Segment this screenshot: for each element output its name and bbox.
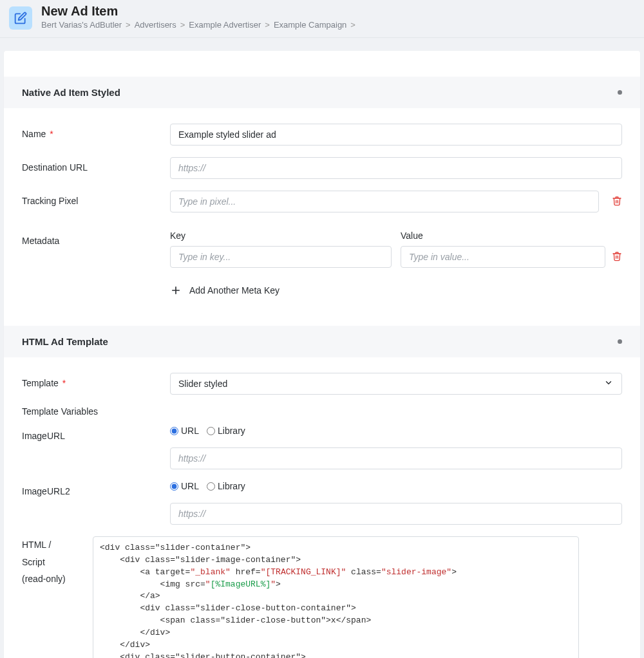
breadcrumb-item-campaign[interactable]: Example Campaign	[274, 20, 346, 30]
page-header: New Ad Item Bert Varias's AdButler>Adver…	[0, 0, 644, 38]
meta-key-header: Key	[170, 230, 392, 241]
edit-icon	[9, 6, 32, 30]
imageurl2-library-radio-label: Library	[218, 481, 245, 491]
breadcrumb-item-advertisers[interactable]: Advertisers	[135, 20, 176, 30]
destination-url-label: Destination URL	[22, 157, 170, 173]
html-template-section-title: HTML Ad Template	[22, 336, 108, 347]
imageurl2-library-radio[interactable]	[207, 482, 215, 491]
breadcrumb: Bert Varias's AdButler>Advertisers>Examp…	[41, 20, 359, 30]
breadcrumb-item-root[interactable]: Bert Varias's AdButler	[41, 20, 122, 30]
destination-url-input[interactable]	[170, 157, 622, 179]
name-input[interactable]	[170, 124, 622, 146]
add-meta-label: Add Another Meta Key	[189, 285, 279, 296]
ad-item-card: Native Ad Item Styled Name * Destination…	[4, 51, 640, 658]
imageurl2-label: ImageURL2	[22, 481, 170, 496]
imageurl-input[interactable]	[170, 447, 622, 469]
imageurl2-url-radio[interactable]	[170, 482, 178, 491]
imageurl-url-radio[interactable]	[170, 427, 178, 435]
status-dot-icon	[618, 339, 622, 344]
metadata-label: Metadata	[22, 230, 170, 246]
meta-value-header: Value	[401, 230, 622, 241]
imageurl-library-radio-label: Library	[218, 426, 245, 436]
add-meta-button[interactable]: Add Another Meta Key	[170, 285, 622, 296]
imageurl-url-radio-label: URL	[181, 426, 199, 436]
tracking-pixel-input[interactable]	[170, 191, 599, 212]
page-title: New Ad Item	[41, 4, 359, 19]
trash-icon[interactable]	[612, 196, 622, 208]
tracking-pixel-label: Tracking Pixel	[22, 191, 170, 206]
imageurl-library-radio[interactable]	[207, 427, 215, 435]
html-template-section-header: HTML Ad Template	[4, 326, 640, 357]
imageurl-label: ImageURL	[22, 426, 170, 441]
status-dot-icon	[618, 90, 622, 95]
template-select[interactable]: Slider styled	[170, 373, 622, 395]
template-variables-label: Template Variables	[22, 406, 622, 417]
imageurl2-url-radio-label: URL	[181, 481, 199, 491]
trash-icon[interactable]	[612, 251, 622, 263]
meta-value-input[interactable]	[401, 246, 605, 268]
html-script-label: HTML / Script (read-only)	[22, 536, 93, 588]
native-ad-section-header: Native Ad Item Styled	[4, 77, 640, 108]
template-label: Template *	[22, 373, 170, 388]
name-label: Name *	[22, 124, 170, 139]
breadcrumb-item-advertiser[interactable]: Example Advertiser	[189, 20, 261, 30]
imageurl2-input[interactable]	[170, 503, 622, 525]
html-script-readonly: <div class="slider-container"> <div clas…	[93, 536, 579, 658]
plus-icon	[170, 285, 182, 296]
native-ad-section-title: Native Ad Item Styled	[22, 87, 120, 98]
meta-key-input[interactable]	[170, 246, 392, 268]
